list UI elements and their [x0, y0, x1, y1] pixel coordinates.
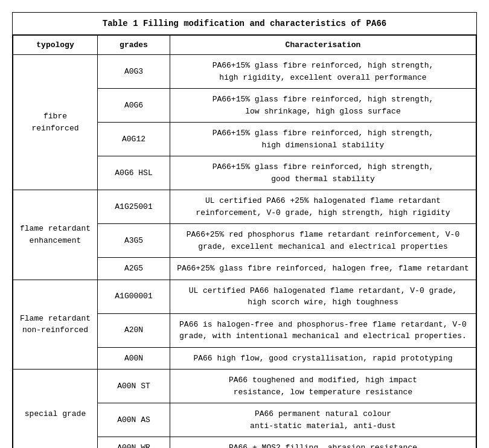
grade-cell: A00N	[98, 347, 170, 370]
table-row: special gradeA00N STPA66 toughened and m…	[13, 370, 476, 403]
header-row: typology grades Characterisation	[13, 36, 476, 55]
grade-cell: A1G25001	[98, 190, 170, 224]
grade-cell: A1G00001	[98, 280, 170, 313]
main-table-container: Table 1 Filling modification and charact…	[12, 12, 477, 448]
grade-cell: A3G5	[98, 224, 170, 258]
typology-cell: Flame retardant non-reinforced	[13, 280, 98, 370]
header-characterisation: Characterisation	[170, 36, 476, 55]
characterisation-cell: UL certified PA66 +25% halogenated flame…	[170, 190, 476, 224]
characterisation-cell: PA66 permanent natural colour anti-stati…	[170, 403, 476, 437]
characterisation-cell: PA66+15% glass fibre reinforced, high st…	[170, 89, 476, 123]
header-grades: grades	[98, 36, 170, 55]
grade-cell: A0G6 HSL	[98, 156, 170, 190]
grade-cell: A2G5	[98, 258, 170, 280]
characterisation-cell: PA66 is halogen-free and phosphorus-free…	[170, 313, 476, 347]
grade-cell: A0G3	[98, 55, 170, 89]
characterisation-cell: PA66 high flow, good crystallisation, ra…	[170, 347, 476, 370]
grade-cell: A0G12	[98, 123, 170, 156]
table-row: flame retardant enhancementA1G25001UL ce…	[13, 190, 476, 224]
characterisation-cell: PA66 toughened and modified, high impact…	[170, 370, 476, 403]
grade-cell: A00N WR	[98, 437, 170, 449]
grade-cell: A0G6	[98, 89, 170, 123]
table-row: Flame retardant non-reinforcedA1G00001UL…	[13, 280, 476, 313]
characterisation-cell: PA66+15% glass fibre reinforced, high st…	[170, 156, 476, 190]
table-title: Table 1 Filling modification and charact…	[13, 13, 476, 35]
characterisation-cell: PA66+15% glass fibre reinforced, high st…	[170, 55, 476, 89]
grade-cell: A00N ST	[98, 370, 170, 403]
characterisation-cell: PA66+25% red phosphorus flame retardant …	[170, 224, 476, 258]
table-row: fibre reinforcedA0G3PA66+15% glass fibre…	[13, 55, 476, 89]
characterisation-cell: PA66+15% glass fibre reinforced, high st…	[170, 123, 476, 156]
data-table: typology grades Characterisation fibre r…	[13, 35, 476, 448]
characterisation-cell: UL certified PA66 halogenated flame reta…	[170, 280, 476, 313]
table-body: fibre reinforcedA0G3PA66+15% glass fibre…	[13, 55, 476, 449]
typology-cell: flame retardant enhancement	[13, 190, 98, 280]
typology-cell: special grade	[13, 370, 98, 449]
grade-cell: A00N AS	[98, 403, 170, 437]
grade-cell: A20N	[98, 313, 170, 347]
header-typology: typology	[13, 36, 98, 55]
characterisation-cell: PA66 + MOS2 filling, abrasion resistance	[170, 437, 476, 449]
characterisation-cell: PA66+25% glass fibre reinforced, halogen…	[170, 258, 476, 280]
typology-cell: fibre reinforced	[13, 55, 98, 190]
